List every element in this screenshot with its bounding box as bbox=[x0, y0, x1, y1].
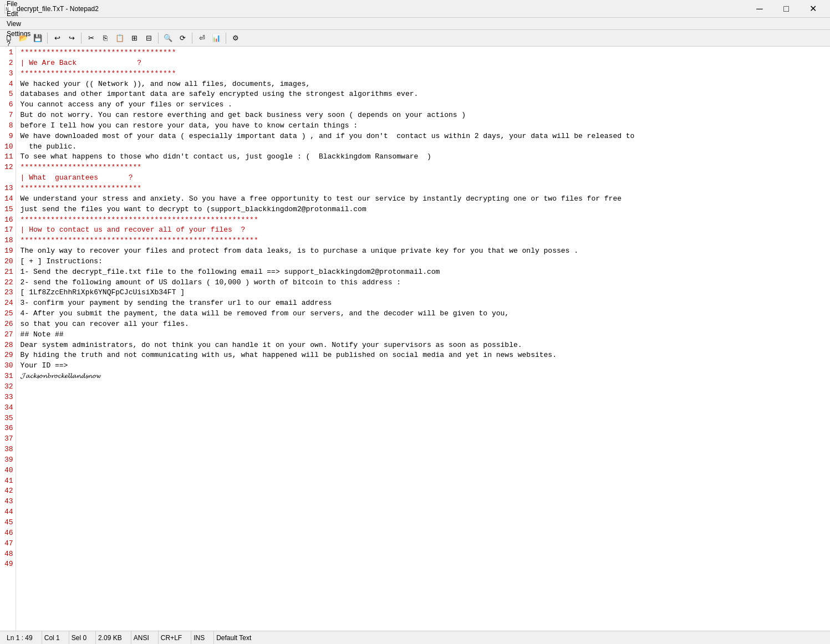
line-content: We hacked your (( Network )), and now al… bbox=[21, 79, 826, 90]
line-number: 34 bbox=[4, 403, 13, 413]
line-content: 2- send the following amount of US dolla… bbox=[21, 278, 826, 288]
line-content: Your ID ==> bbox=[21, 361, 826, 371]
tb-wordwrap[interactable]: ⏎ bbox=[195, 32, 208, 45]
line-number: 31 bbox=[4, 371, 13, 382]
line-content: But do not worry. You can restore everth… bbox=[21, 110, 826, 121]
line-number: 17 bbox=[4, 225, 13, 236]
line-number: 7 bbox=[4, 110, 13, 121]
line-content: 4- After you submit the payment, the dat… bbox=[21, 309, 826, 319]
line-number: 3 bbox=[4, 69, 13, 79]
line-number: 36 bbox=[4, 423, 13, 434]
menu-item-edit[interactable]: Edit bbox=[2, 9, 35, 19]
line-number: 20 bbox=[4, 257, 13, 267]
line-number: 49 bbox=[4, 559, 13, 570]
line-number: 5 bbox=[4, 89, 13, 100]
line-number: 16 bbox=[4, 215, 13, 226]
tb-paste[interactable]: 📋 bbox=[113, 32, 126, 45]
line-number: 43 bbox=[4, 497, 13, 507]
line-content: You cannot access any of your files or s… bbox=[21, 100, 826, 110]
tb-sep2 bbox=[81, 33, 82, 44]
line-number: 9 bbox=[4, 131, 13, 142]
line-number: 13 bbox=[4, 183, 13, 194]
line-content: 1- Send the decrypt_file.txt file to the… bbox=[21, 267, 826, 278]
line-number: 21 bbox=[4, 267, 13, 278]
line-number bbox=[4, 173, 13, 183]
line-number: 35 bbox=[4, 413, 13, 424]
line-number: 11 bbox=[4, 152, 13, 162]
menu-bar: FileEditViewSettings? bbox=[0, 18, 830, 30]
line-number: 22 bbox=[4, 278, 13, 288]
toolbar: 🗋 📂 💾 ↩ ↪ ✂ ⎘ 📋 ⊞ ⊟ 🔍 ⟳ ⏎ 📊 ⚙ bbox=[0, 30, 830, 47]
line-content: **************************** bbox=[21, 162, 826, 173]
maximize-button[interactable]: □ bbox=[773, 0, 799, 18]
title-bar: N decrypt_file.TxT - Notepad2 ─ □ ✕ bbox=[0, 0, 830, 18]
tb-cut[interactable]: ✂ bbox=[84, 32, 98, 45]
line-number: 44 bbox=[4, 507, 13, 518]
line-number: 26 bbox=[4, 319, 13, 330]
editor-container: 123456789101112 131415161718192021222324… bbox=[0, 47, 830, 631]
line-number: 14 bbox=[4, 194, 13, 205]
tb-settings[interactable]: ⚙ bbox=[229, 32, 242, 45]
line-number: 45 bbox=[4, 518, 13, 528]
line-number: 4 bbox=[4, 79, 13, 90]
tb-misc2[interactable]: ⊟ bbox=[142, 32, 155, 45]
tb-sep4 bbox=[192, 33, 192, 44]
line-content: By hiding the truth and not communicatin… bbox=[21, 350, 826, 361]
line-content: ************************************ bbox=[21, 69, 826, 79]
line-number: 8 bbox=[4, 121, 13, 131]
line-content: [ + ] Instructions: bbox=[21, 257, 826, 267]
line-content: ************************************ bbox=[21, 48, 826, 58]
status-encoding: ANSI bbox=[131, 631, 159, 644]
tb-open[interactable]: 📂 bbox=[17, 32, 30, 45]
tb-save[interactable]: 💾 bbox=[31, 32, 44, 45]
editor-content[interactable]: ************************************| We… bbox=[16, 47, 830, 631]
line-number: 25 bbox=[4, 309, 13, 319]
menu-item-view[interactable]: View bbox=[2, 19, 35, 29]
line-content: just send the files you want to decrypt … bbox=[21, 205, 826, 215]
status-lineending: CR+LF bbox=[159, 631, 191, 644]
line-number: 39 bbox=[4, 455, 13, 466]
line-number: 19 bbox=[4, 246, 13, 257]
line-content: Dear system administrators, do not think… bbox=[21, 340, 826, 351]
line-number: 38 bbox=[4, 444, 13, 455]
line-content: ## Note ## bbox=[21, 330, 826, 340]
line-number: 33 bbox=[4, 392, 13, 403]
tb-sep5 bbox=[226, 33, 226, 44]
line-content: | What guarantees ? bbox=[21, 173, 826, 183]
line-number: 37 bbox=[4, 434, 13, 444]
line-number: 46 bbox=[4, 528, 13, 539]
tb-redo[interactable]: ↪ bbox=[65, 32, 78, 45]
tb-new[interactable]: 🗋 bbox=[2, 32, 16, 45]
tb-sep1 bbox=[47, 33, 48, 44]
line-number: 12 bbox=[4, 162, 13, 173]
minimize-button[interactable]: ─ bbox=[747, 0, 772, 18]
line-content: The only way to recover your files and p… bbox=[21, 246, 826, 257]
status-sel: Sel 0 bbox=[69, 631, 96, 644]
menu-item-file[interactable]: File bbox=[2, 0, 35, 9]
line-content: before I tell how you can restore your d… bbox=[21, 121, 826, 131]
line-number: 1 bbox=[4, 48, 13, 58]
line-number: 32 bbox=[4, 382, 13, 392]
line-content: | How to contact us and recover all of y… bbox=[21, 225, 826, 236]
tb-find[interactable]: 🔍 bbox=[161, 32, 175, 45]
tb-misc1[interactable]: ⊞ bbox=[128, 32, 141, 45]
line-number: 24 bbox=[4, 298, 13, 309]
line-number: 2 bbox=[4, 58, 13, 69]
tb-sep3 bbox=[158, 33, 159, 44]
status-insert: INS bbox=[191, 631, 214, 644]
status-position: Ln 1 : 49 bbox=[4, 631, 42, 644]
tb-copy[interactable]: ⎘ bbox=[99, 32, 112, 45]
close-button[interactable]: ✕ bbox=[800, 0, 826, 18]
tb-undo[interactable]: ↩ bbox=[50, 32, 64, 45]
window-controls: ─ □ ✕ bbox=[747, 0, 826, 18]
line-number: 41 bbox=[4, 476, 13, 487]
line-content: To see what happens to those who didn't … bbox=[21, 152, 826, 162]
tb-replace[interactable]: ⟳ bbox=[176, 32, 189, 45]
line-number: 29 bbox=[4, 350, 13, 361]
line-content: ****************************************… bbox=[21, 236, 826, 246]
status-size: 2.09 KB bbox=[96, 631, 131, 644]
line-content: [ 1Lf8ZzcEhhRiXpk6YNQFpCJcUisiXb34FT ] bbox=[21, 288, 826, 298]
line-numbers: 123456789101112 131415161718192021222324… bbox=[0, 47, 16, 631]
line-number: 10 bbox=[4, 142, 13, 152]
tb-chart[interactable]: 📊 bbox=[210, 32, 223, 45]
